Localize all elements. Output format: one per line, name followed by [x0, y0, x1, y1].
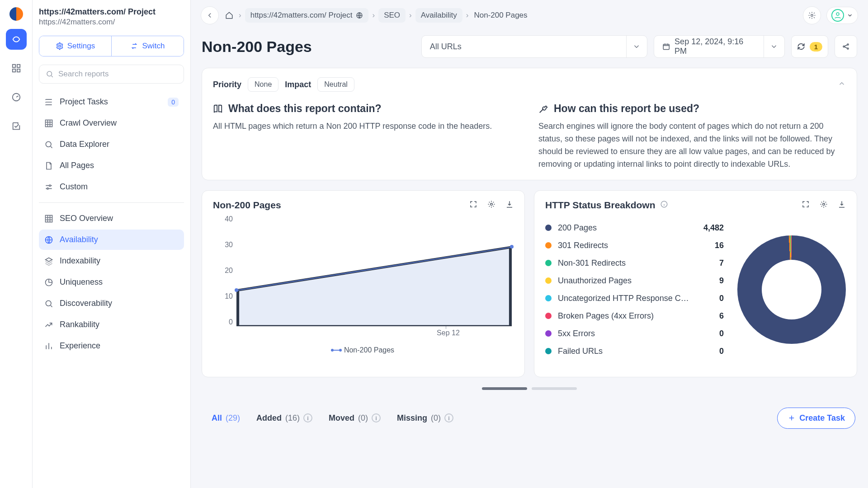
nav-project-tasks[interactable]: Project Tasks0	[39, 92, 184, 112]
breakdown-value: 16	[715, 241, 724, 250]
swatch-icon	[545, 348, 552, 354]
crumb-seo[interactable]: SEO	[378, 8, 406, 23]
svg-rect-2	[12, 69, 15, 72]
crumb-project[interactable]: https://42matters.com/ Project	[245, 8, 369, 23]
topbar: › https://42matters.com/ Project › SEO ›…	[191, 0, 868, 31]
svg-point-19	[843, 46, 844, 47]
svg-point-22	[491, 203, 493, 205]
crumb-availability[interactable]: Availability	[415, 8, 462, 23]
page-title: Non-200 Pages	[202, 38, 312, 56]
settings-button[interactable]: Settings	[39, 36, 112, 56]
main: › https://42matters.com/ Project › SEO ›…	[191, 0, 868, 488]
nav-uniqueness[interactable]: Uniqueness	[39, 272, 184, 292]
result-tabs: All (29) Added (16) i Moved (0) i Missin…	[202, 404, 857, 429]
breakdown-name: Unauthorized Pages	[558, 276, 714, 286]
create-task-button[interactable]: Create Task	[777, 408, 855, 429]
layers-icon	[44, 257, 53, 266]
svg-point-5	[59, 45, 61, 47]
search-input[interactable]	[58, 70, 177, 79]
chart-pager[interactable]	[202, 387, 857, 390]
svg-point-25	[823, 203, 825, 205]
breakdown-value: 9	[719, 276, 724, 286]
breakdown-row[interactable]: 5xx Errors0	[545, 329, 724, 338]
nav-rankability[interactable]: Rankability	[39, 314, 184, 335]
wrench-icon	[538, 104, 548, 114]
nav-indexability[interactable]: Indexability	[39, 251, 184, 271]
tab-missing[interactable]: Missing (0) i	[389, 409, 462, 427]
x-axis-label: Sep 12	[437, 329, 460, 337]
breakdown-row[interactable]: Failed URLs0	[545, 347, 724, 356]
breakdown-row[interactable]: 301 Redirects16	[545, 241, 724, 250]
breakdown-value: 0	[719, 347, 724, 356]
tab-added[interactable]: Added (16) i	[248, 409, 321, 427]
nav-experience[interactable]: Experience	[39, 336, 184, 356]
rail-grid-icon[interactable]	[6, 58, 27, 79]
refresh-button[interactable]: 1	[791, 35, 828, 58]
top-settings-button[interactable]	[803, 6, 821, 24]
chart-non200: Non-200 Pages 40 30 20	[202, 190, 525, 377]
breakdown-row[interactable]: Non-301 Redirects7	[545, 258, 724, 268]
url-filter-select[interactable]: All URLs	[421, 35, 647, 58]
svg-point-14	[46, 300, 51, 306]
nav-all-pages[interactable]: All Pages	[39, 155, 184, 176]
y-axis: 40 30 20 10 0	[217, 215, 233, 326]
impact-value: Neutral	[317, 77, 354, 92]
nav-crawl-overview[interactable]: Crawl Overview	[39, 113, 184, 133]
breakdown-row[interactable]: Uncategorized HTTP Response C…0	[545, 294, 724, 303]
tab-all[interactable]: All (29)	[203, 409, 248, 427]
breakdown-row[interactable]: 200 Pages4,482	[545, 223, 724, 233]
svg-point-10	[47, 188, 48, 189]
chevron-down-icon	[764, 36, 784, 57]
breakdown-row[interactable]: Broken Pages (4xx Errors)6	[545, 311, 724, 321]
switch-button[interactable]: Switch	[112, 36, 184, 56]
pager-dot[interactable]	[532, 387, 577, 390]
nav-custom[interactable]: Custom	[39, 177, 184, 197]
collapse-button[interactable]	[838, 80, 846, 89]
rail-check-icon[interactable]	[6, 116, 27, 136]
share-icon	[842, 42, 850, 51]
crumb-home[interactable]	[223, 9, 235, 22]
svg-rect-3	[17, 69, 19, 72]
breakdown-row[interactable]: Unauthorized Pages9	[545, 276, 724, 286]
breakdown-name: Broken Pages (4xx Errors)	[558, 311, 714, 321]
svg-point-16	[811, 14, 813, 17]
download-button[interactable]	[505, 200, 514, 210]
nav-data-explorer[interactable]: Data Explorer	[39, 134, 184, 155]
donut-chart	[737, 235, 846, 344]
swatch-icon	[545, 277, 552, 284]
nav-availability[interactable]: Availability	[39, 230, 184, 250]
date-filter-select[interactable]: Sep 12, 2024, 9:16 PM	[654, 35, 785, 58]
pager-dot[interactable]	[482, 387, 527, 390]
sidebar-header: https://42matters.com/ Project https://4…	[39, 7, 184, 27]
svg-point-8	[46, 141, 51, 147]
globe-icon	[356, 12, 363, 19]
info-icon: i	[372, 413, 381, 422]
download-button[interactable]	[838, 200, 846, 210]
chart-settings-button[interactable]	[820, 200, 828, 210]
expand-button[interactable]	[469, 200, 477, 210]
tab-moved[interactable]: Moved (0) i	[321, 409, 389, 427]
chart-settings-button[interactable]	[487, 200, 495, 210]
download-icon	[838, 200, 846, 208]
share-button[interactable]	[835, 35, 857, 58]
gear-icon	[487, 200, 495, 208]
expand-button[interactable]	[802, 200, 810, 210]
gear-icon	[820, 200, 828, 208]
user-menu[interactable]	[826, 7, 858, 24]
page-icon	[44, 161, 53, 170]
breakdown-value: 4,482	[703, 223, 724, 233]
nav-seo-overview[interactable]: SEO Overview	[39, 208, 184, 229]
chevron-up-icon	[838, 80, 846, 88]
nav-discoverability[interactable]: Discoverability	[39, 293, 184, 314]
info-icon[interactable]	[660, 200, 668, 210]
expand-icon	[802, 200, 810, 208]
svg-point-21	[847, 48, 849, 49]
rail-primary-icon[interactable]	[6, 29, 27, 50]
back-button[interactable]	[201, 6, 219, 24]
line-chart: 40 30 20 10 0	[217, 215, 514, 337]
rail-gauge-icon[interactable]	[6, 87, 27, 108]
search-box[interactable]	[39, 65, 184, 84]
svg-rect-0	[12, 65, 15, 67]
info-card: Priority None Impact Neutral What does t…	[202, 68, 857, 180]
chart2-title: HTTP Status Breakdown	[545, 200, 656, 211]
